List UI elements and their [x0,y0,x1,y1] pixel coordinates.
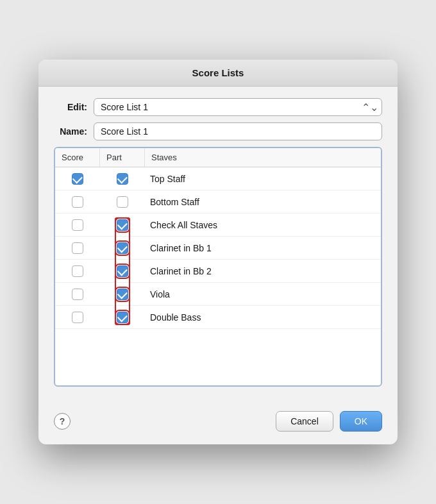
table-row: Clarinet in Bb 1 [55,237,381,260]
dialog-body: Edit: Score List 1 ⌃⌄ Name: Score Part S… [38,87,398,411]
score-checkbox[interactable] [72,242,83,254]
score-checkbox[interactable] [72,196,83,208]
part-cell [100,239,145,257]
part-checkbox[interactable] [117,242,128,254]
name-row: Name: [54,122,382,140]
edit-row: Edit: Score List 1 ⌃⌄ [54,98,382,116]
score-cell [55,170,100,188]
score-lists-dialog: Score Lists Edit: Score List 1 ⌃⌄ Name: … [38,60,398,444]
staves-table: Score Part Staves Top StaffBottom StaffC… [54,147,382,387]
part-checkbox[interactable] [117,265,128,277]
score-checkbox[interactable] [72,173,83,185]
part-cell [100,216,145,234]
name-label: Name: [54,126,87,137]
staves-text: Top Staff [150,174,185,184]
score-checkbox[interactable] [72,219,83,231]
edit-select-wrapper: Score List 1 ⌃⌄ [94,98,382,116]
table-row: Top Staff [55,167,381,190]
part-cell [100,170,145,188]
edit-select[interactable]: Score List 1 [94,98,382,116]
score-checkbox[interactable] [72,289,83,300]
part-checkbox[interactable] [117,312,128,323]
part-cell [100,308,145,326]
staves-text: Double Bass [150,312,201,323]
part-checkbox[interactable] [117,196,128,208]
staves-text: Viola [150,289,170,299]
part-checkbox[interactable] [117,173,128,185]
part-checkbox[interactable] [117,219,128,231]
header-part: Part [100,148,145,167]
part-checkbox[interactable] [117,289,128,300]
part-cell [100,262,145,280]
staves-cell: Clarinet in Bb 2 [145,263,381,280]
table-row: Check All Staves [55,214,381,237]
score-cell [55,262,100,280]
table-body: Top StaffBottom StaffCheck All StavesCla… [55,167,381,385]
cancel-button[interactable]: Cancel [276,411,333,432]
score-cell [55,239,100,257]
staves-text: Clarinet in Bb 1 [150,243,212,253]
edit-label: Edit: [54,102,87,112]
staves-text: Clarinet in Bb 2 [150,266,212,276]
dialog-title: Score Lists [192,67,244,78]
table-header: Score Part Staves [55,148,381,167]
ok-button[interactable]: OK [340,411,382,432]
staves-cell: Check All Staves [145,217,381,233]
staves-text: Bottom Staff [150,197,199,207]
staves-text: Check All Staves [150,220,217,230]
score-checkbox[interactable] [72,265,83,277]
table-row: Viola [55,283,381,306]
header-score: Score [55,148,100,167]
dialog-footer: ? Cancel OK [38,411,398,444]
score-cell [55,216,100,234]
staves-cell: Clarinet in Bb 1 [145,240,381,256]
table-row: Bottom Staff [55,190,381,214]
name-input[interactable] [94,122,382,140]
title-bar: Score Lists [38,60,398,87]
staves-cell: Viola [145,286,381,303]
score-cell [55,308,100,326]
staves-cell: Top Staff [145,171,381,187]
part-cell [100,285,145,303]
footer-buttons: Cancel OK [276,411,382,432]
table-row: Clarinet in Bb 2 [55,260,381,283]
part-cell [100,193,145,211]
score-checkbox[interactable] [72,312,83,323]
header-staves: Staves [145,148,381,167]
staves-cell: Bottom Staff [145,194,381,210]
score-cell [55,193,100,211]
staves-cell: Double Bass [145,309,381,326]
score-cell [55,285,100,303]
table-row: Double Bass [55,306,381,329]
help-button[interactable]: ? [54,413,71,430]
